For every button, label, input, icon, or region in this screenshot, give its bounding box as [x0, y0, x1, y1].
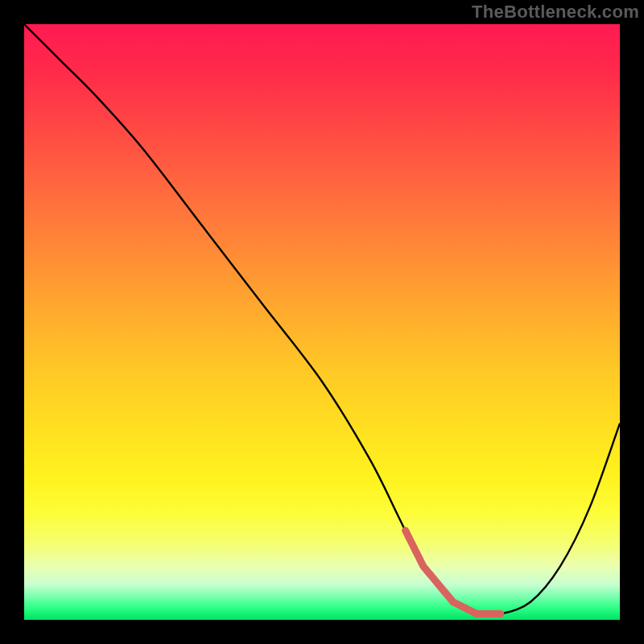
- highlight-segment: [406, 530, 501, 614]
- plot-area: [24, 24, 620, 620]
- bottleneck-curve: [24, 24, 620, 620]
- watermark-text: TheBottleneck.com: [472, 2, 639, 23]
- chart-frame: TheBottleneck.com: [0, 0, 644, 644]
- curve-path: [24, 24, 620, 615]
